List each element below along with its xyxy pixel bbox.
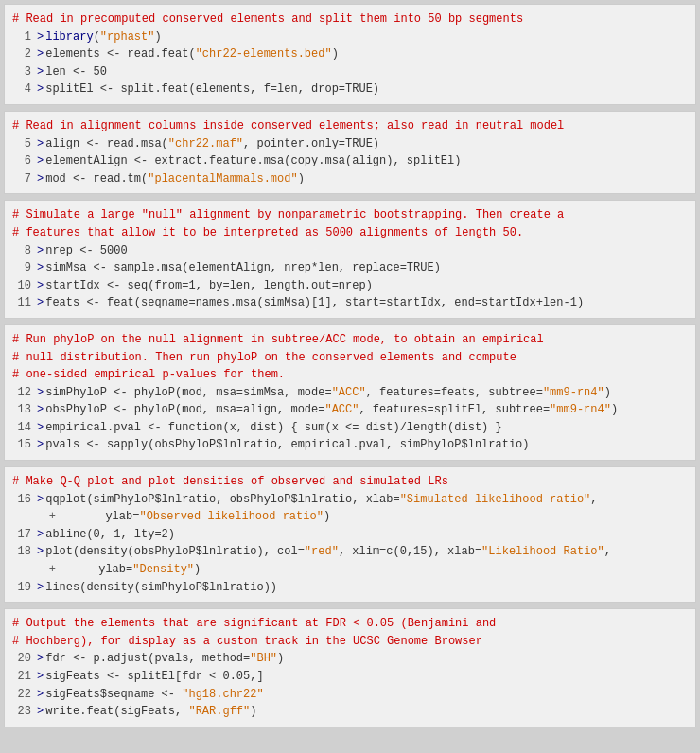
code-segment: feats <- feat(seqname=names.msa(simMsa)[… [45,296,584,309]
line-number: 6 [12,152,31,170]
code-comment: # features that allow it to be interpret… [12,224,688,242]
line-number: 16 [12,491,31,509]
code-line: 2>elements <- read.feat("chr22-elements.… [12,45,688,63]
line-prompt: > [37,436,44,454]
code-line: 8>nrep <- 5000 [12,242,688,260]
code-segment: simPhyloP <- phyloP(mod, msa=simMsa, mod… [45,386,331,399]
line-number: 15 [12,436,31,454]
code-segment: elementAlign <- extract.feature.msa(copy… [45,154,461,167]
code-segment: startIdx <- seq(from=1, by=len, length.o… [45,279,373,292]
code-line: 23>write.feat(sigFeats, "RAR.gff") [12,703,688,721]
code-content: nrep <- 5000 [45,242,127,260]
code-line: + ylab="Density") [12,561,688,579]
code-segment: ylab= [58,563,132,576]
code-content: sigFeats$seqname <- "hg18.chr22" [45,686,263,704]
line-prompt: > [37,63,44,81]
code-segment: , features=splitEl, subtree= [359,403,550,416]
code-segment: sigFeats$seqname <- [45,688,182,701]
code-line: 1>library("rphast") [12,28,688,46]
code-content: ylab="Observed likelihood ratio") [58,508,330,526]
code-segment: ) [154,30,161,44]
code-segment: plot(density(obsPhyloP$lnlratio), col= [45,545,305,558]
line-number: 21 [12,668,31,686]
code-segment: "mm9-rn4" [543,386,604,399]
line-prompt: > [37,543,44,561]
code-block-block3: # Simulate a large "null" alignment by n… [4,200,696,319]
line-prompt: > [37,152,44,170]
line-prompt: > [37,170,44,188]
code-segment: mod <- read.tm( [45,172,148,185]
line-prompt: > [37,277,44,295]
code-content: sigFeats <- splitEl[fdr < 0.05,] [45,668,263,686]
code-content: lines(density(simPhyloP$lnlratio)) [45,579,277,597]
code-content: write.feat(sigFeats, "RAR.gff") [45,703,256,721]
code-segment: simMsa <- sample.msa(elementAlign, nrep*… [45,261,441,274]
code-line: 6>elementAlign <- extract.feature.msa(co… [12,152,688,170]
code-segment: nrep <- 5000 [45,244,127,257]
line-prompt: > [37,384,44,402]
code-line: 20>fdr <- p.adjust(pvals, method="BH") [12,650,688,668]
code-segment: , [590,493,597,506]
line-number: 1 [12,28,31,46]
line-number: 17 [12,526,31,544]
code-comment: # null distribution. Then run phyloP on … [12,349,688,367]
line-continuation: + [37,508,56,526]
code-block-block1: # Read in precomputed conserved elements… [4,4,696,105]
code-content: abline(0, 1, lty=2) [45,526,175,544]
code-line: 5>align <- read.msa("chr22.maf", pointer… [12,135,688,153]
line-prompt: > [37,259,44,277]
code-segment: ) [332,47,339,61]
code-segment: "RAR.gff" [188,705,250,718]
code-comment: # one-sided empirical p-values for them. [12,366,688,384]
code-segment: ) [611,403,618,416]
code-line: 15>pvals <- sapply(obsPhyloP$lnlratio, e… [12,436,688,454]
code-segment: lines(density(simPhyloP$lnlratio)) [45,581,277,594]
code-segment: "rphast" [100,30,155,44]
code-line: 22>sigFeats$seqname <- "hg18.chr22" [12,686,688,704]
code-segment: "ACC" [324,403,359,416]
code-content: ylab="Density") [58,561,201,579]
code-comment: # Output the elements that are significa… [12,615,688,633]
code-content: simMsa <- sample.msa(elementAlign, nrep*… [45,259,441,277]
app-container: # Read in precomputed conserved elements… [4,4,696,727]
code-segment: library [45,30,93,44]
code-content: simPhyloP <- phyloP(mod, msa=simMsa, mod… [45,384,611,402]
code-comment: # Read in alignment columns inside conse… [12,117,688,135]
code-line: 18>plot(density(obsPhyloP$lnlratio), col… [12,543,688,561]
code-content: library("rphast") [45,28,161,46]
code-segment: ylab= [58,510,139,523]
code-segment: "Observed likelihood ratio" [139,510,323,523]
code-block-block6: # Output the elements that are significa… [4,608,696,727]
code-line: + ylab="Observed likelihood ratio") [12,508,688,526]
code-block-block2: # Read in alignment columns inside conse… [4,111,696,194]
code-comment: # Hochberg), for display as a custom tra… [12,633,688,651]
code-segment: elements <- read.feat( [45,47,195,61]
line-prompt: > [37,294,44,312]
code-line: 3>len <- 50 [12,63,688,81]
line-number: 4 [12,80,31,98]
code-content: feats <- feat(seqname=names.msa(simMsa)[… [45,294,584,312]
code-content: qqplot(simPhyloP$lnlratio, obsPhyloP$lnl… [45,491,597,509]
code-segment: "Simulated likelihood ratio" [400,493,591,506]
code-segment: , pointer.only=TRUE) [243,137,379,150]
line-number: 10 [12,277,31,295]
code-content: elementAlign <- extract.feature.msa(copy… [45,152,461,170]
line-continuation: + [37,561,56,579]
code-segment: "Likelihood Ratio" [481,545,604,558]
code-segment: ) [604,386,611,399]
code-line: 7>mod <- read.tm("placentalMammals.mod") [12,170,688,188]
code-block-block4: # Run phyloP on the null alignment in su… [4,324,696,461]
code-comment: # Simulate a large "null" alignment by n… [12,206,688,224]
line-prompt: > [37,80,44,98]
code-content: mod <- read.tm("placentalMammals.mod") [45,170,305,188]
line-number: 7 [12,170,31,188]
line-number: 18 [12,543,31,561]
code-segment: splitEl <- split.feat(elements, f=len, d… [45,82,379,96]
code-segment: sigFeats <- splitEl[fdr < 0.05,] [45,670,263,683]
line-prompt: > [37,703,44,721]
line-prompt: > [37,401,44,419]
line-number: 3 [12,63,31,81]
code-line: 11>feats <- feat(seqname=names.msa(simMs… [12,294,688,312]
code-comment: # Read in precomputed conserved elements… [12,10,688,28]
code-segment: "red" [305,545,339,558]
